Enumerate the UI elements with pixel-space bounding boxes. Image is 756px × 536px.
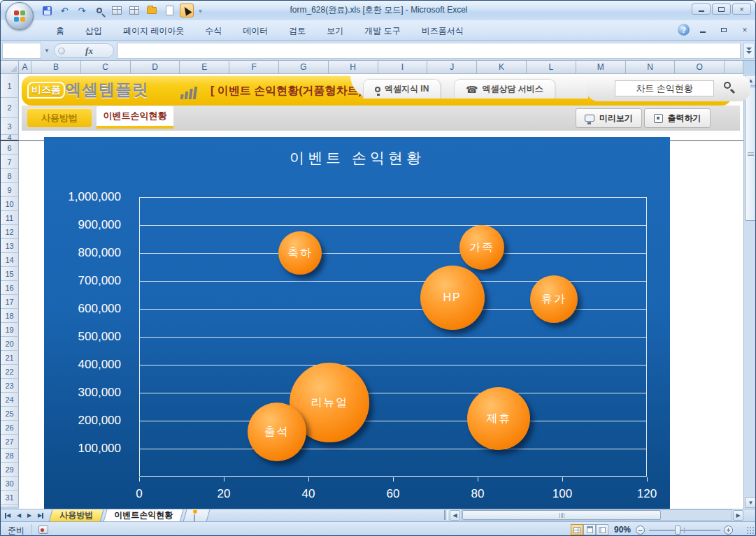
bubble-가족[interactable]: 가족 bbox=[459, 225, 504, 270]
excel-consult-tab[interactable]: ☎ 엑셀상담 서비스 bbox=[454, 79, 555, 99]
row-header-7[interactable]: 7 bbox=[1, 155, 19, 169]
maximize-button[interactable] bbox=[712, 3, 731, 15]
ribbon-tab-2[interactable]: 삽입 bbox=[75, 21, 113, 41]
search-icon[interactable] bbox=[724, 82, 731, 89]
undo-icon[interactable]: ↶ bbox=[57, 3, 71, 17]
print-preview-icon[interactable] bbox=[92, 3, 106, 17]
preview-button[interactable]: 미리보기 bbox=[576, 108, 642, 128]
sheet-tab-사용방법[interactable]: 사용방법 bbox=[48, 509, 104, 522]
scroll-down-icon[interactable]: ▼ bbox=[745, 497, 756, 508]
next-sheet-icon[interactable]: ▶ bbox=[25, 512, 34, 520]
last-sheet-icon[interactable]: ▶ bbox=[36, 512, 44, 520]
ribbon-tab-9[interactable]: 비즈폼서식 bbox=[411, 21, 474, 41]
ribbon-tab-5[interactable]: 데이터 bbox=[232, 21, 278, 41]
row-header-1[interactable]: 1 bbox=[1, 74, 19, 98]
row-header-6[interactable]: 6 bbox=[1, 141, 19, 155]
row-header-16[interactable]: 16 bbox=[1, 281, 19, 295]
ribbon-tab-8[interactable]: 개발 도구 bbox=[354, 21, 411, 41]
name-box[interactable] bbox=[2, 43, 41, 59]
row-header-28[interactable]: 28 bbox=[1, 449, 19, 463]
close-button[interactable]: × bbox=[732, 3, 751, 15]
column-header-G[interactable]: G bbox=[279, 61, 329, 74]
zoom-slider-track[interactable] bbox=[649, 530, 720, 531]
column-header-K[interactable]: K bbox=[477, 61, 527, 74]
ribbon-tab-7[interactable]: 보기 bbox=[316, 21, 354, 41]
workbook-close-button[interactable]: × bbox=[737, 24, 753, 36]
workbook-minimize-button[interactable] bbox=[695, 24, 711, 36]
column-header-E[interactable]: E bbox=[180, 61, 229, 74]
column-header-L[interactable]: L bbox=[527, 61, 576, 74]
zoom-slider-thumb[interactable] bbox=[675, 526, 680, 535]
column-header-partial[interactable] bbox=[725, 61, 743, 74]
zoom-out-button[interactable]: – bbox=[636, 526, 645, 535]
row-header-10[interactable]: 10 bbox=[1, 197, 19, 211]
row-header-8[interactable]: 8 bbox=[1, 169, 19, 183]
scroll-left-icon[interactable]: ◀ bbox=[450, 510, 460, 521]
bubble-chart[interactable]: 이벤트 손익현황 100,000200,000300,000400,000500… bbox=[44, 137, 670, 509]
horizontal-scroll-thumb[interactable] bbox=[462, 510, 661, 520]
bubble-제휴[interactable]: 제휴 bbox=[467, 387, 530, 450]
row-header-17[interactable]: 17 bbox=[1, 295, 19, 309]
row-header-11[interactable]: 11 bbox=[1, 211, 19, 225]
zoom-in-button[interactable]: + bbox=[724, 526, 733, 535]
column-header-C[interactable]: C bbox=[81, 61, 131, 74]
bubble-HP[interactable]: HP bbox=[420, 266, 485, 330]
select-pointer-icon[interactable] bbox=[180, 3, 194, 17]
sheet-tab-이벤트손익현황[interactable]: 이벤트손익현황 bbox=[103, 509, 183, 522]
first-sheet-icon[interactable]: ◀ bbox=[4, 512, 13, 520]
ribbon-tab-1[interactable]: 홈 bbox=[45, 21, 75, 41]
column-header-D[interactable]: D bbox=[131, 61, 180, 74]
column-header-M[interactable]: M bbox=[576, 61, 626, 74]
minimize-button[interactable] bbox=[692, 3, 711, 15]
qat-more-icon[interactable]: ▾ bbox=[199, 7, 202, 15]
row-header-30[interactable]: 30 bbox=[1, 477, 19, 491]
insert-worksheet-tab[interactable] bbox=[183, 509, 210, 522]
row-header-24[interactable]: 24 bbox=[1, 393, 19, 407]
bubble-휴가[interactable]: 휴가 bbox=[530, 275, 578, 323]
usage-button[interactable]: 사용방법 bbox=[27, 108, 92, 127]
print-button[interactable]: 출력하기 bbox=[644, 108, 711, 128]
bubble-출석[interactable]: 출석 bbox=[248, 403, 306, 461]
row-header-26[interactable]: 26 bbox=[1, 421, 19, 435]
row-header-2[interactable]: 2 bbox=[1, 98, 19, 118]
row-header-12[interactable]: 12 bbox=[1, 225, 19, 239]
workbook-restore-button[interactable] bbox=[716, 24, 732, 36]
row-header-3[interactable]: 3 bbox=[1, 118, 19, 135]
office-button[interactable] bbox=[6, 2, 34, 30]
open-folder-icon[interactable] bbox=[145, 3, 159, 17]
row-header-27[interactable]: 27 bbox=[1, 435, 19, 449]
row-header-18[interactable]: 18 bbox=[1, 309, 19, 323]
excel-knowledge-tab[interactable]: 엑셀지식 IN bbox=[363, 79, 441, 99]
prev-sheet-icon[interactable]: ◀ bbox=[15, 512, 23, 520]
insert-function-button[interactable]: fx bbox=[54, 43, 114, 58]
select-all-corner[interactable] bbox=[1, 61, 19, 74]
ribbon-tab-4[interactable]: 수식 bbox=[194, 21, 232, 41]
horizontal-scroll-track[interactable] bbox=[461, 509, 732, 521]
row-header-29[interactable]: 29 bbox=[1, 463, 19, 477]
tab-split-handle[interactable] bbox=[444, 510, 448, 520]
ribbon-tab-3[interactable]: 페이지 레이아웃 bbox=[113, 21, 194, 41]
resize-grip[interactable] bbox=[746, 526, 755, 535]
normal-view-button[interactable] bbox=[571, 524, 583, 535]
search-input[interactable]: 차트 손익현황 bbox=[615, 80, 714, 96]
new-document-icon[interactable] bbox=[162, 3, 176, 17]
page-break-view-button[interactable] bbox=[596, 524, 608, 535]
scroll-right-icon[interactable]: ▶ bbox=[733, 510, 743, 521]
table-icon[interactable] bbox=[110, 3, 124, 17]
row-header-31[interactable]: 31 bbox=[1, 491, 19, 505]
column-header-B[interactable]: B bbox=[31, 61, 81, 74]
column-header-A[interactable]: A bbox=[19, 61, 31, 74]
column-header-O[interactable]: O bbox=[675, 61, 725, 74]
row-header-32[interactable] bbox=[1, 505, 19, 507]
row-header-19[interactable]: 19 bbox=[1, 323, 19, 337]
column-header-I[interactable]: I bbox=[378, 61, 428, 74]
grid-icon[interactable] bbox=[127, 3, 141, 17]
row-header-14[interactable]: 14 bbox=[1, 253, 19, 267]
event-profit-tab-button[interactable]: 이벤트손익현황 bbox=[97, 106, 173, 129]
save-icon[interactable] bbox=[40, 3, 54, 17]
row-header-20[interactable]: 20 bbox=[1, 337, 19, 351]
bubble-축하[interactable]: 축하 bbox=[278, 231, 322, 275]
formula-bar-expand-icon[interactable] bbox=[743, 43, 755, 59]
name-box-dropdown-icon[interactable]: ▼ bbox=[42, 43, 52, 59]
redo-icon[interactable]: ↷ bbox=[75, 3, 89, 17]
